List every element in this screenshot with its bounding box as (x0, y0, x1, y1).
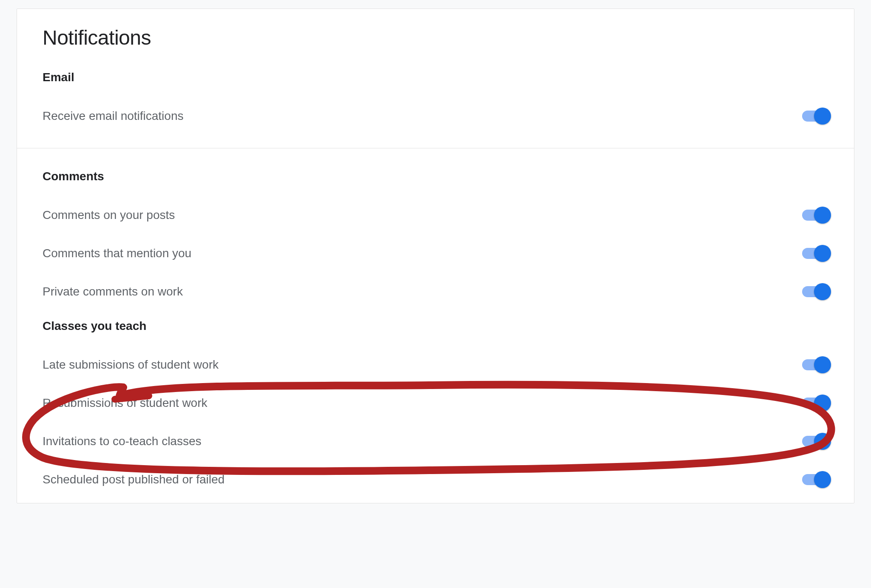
toggle-email-notifications[interactable] (802, 111, 828, 122)
section-header-classes: Classes you teach (43, 319, 828, 333)
setting-row-comments-private: Private comments on work (43, 273, 828, 311)
setting-label: Private comments on work (43, 285, 183, 298)
section-classes: Classes you teach Late submissions of st… (43, 319, 828, 499)
setting-label: Invitations to co-teach classes (43, 435, 202, 448)
toggle-resubmissions[interactable] (802, 398, 828, 409)
setting-label: Late submissions of student work (43, 358, 219, 372)
section-comments: Comments Comments on your posts Comments… (43, 170, 828, 311)
section-email: Email Receive email notifications (43, 71, 828, 135)
toggle-knob-icon (814, 283, 831, 300)
setting-label: Comments on your posts (43, 208, 175, 222)
setting-label: Scheduled post published or failed (43, 473, 225, 486)
toggle-knob-icon (814, 433, 831, 450)
setting-row-invitations: Invitations to co-teach classes (43, 422, 828, 460)
toggle-scheduled-post[interactable] (802, 474, 828, 485)
toggle-knob-icon (814, 471, 831, 488)
setting-row-late-submissions: Late submissions of student work (43, 346, 828, 384)
setting-row-comments-mention: Comments that mention you (43, 234, 828, 273)
toggle-comments-mention[interactable] (802, 248, 828, 259)
setting-label: Receive email notifications (43, 109, 184, 123)
setting-row-scheduled-post: Scheduled post published or failed (43, 460, 828, 499)
section-header-email: Email (43, 71, 828, 84)
toggle-knob-icon (814, 356, 831, 373)
setting-row-resubmissions: Resubmissions of student work (43, 384, 828, 422)
toggle-knob-icon (814, 245, 831, 262)
toggle-knob-icon (814, 395, 831, 412)
setting-label: Comments that mention you (43, 247, 191, 260)
toggle-knob-icon (814, 207, 831, 224)
settings-card: Notifications Email Receive email notifi… (17, 9, 854, 503)
toggle-comments-private[interactable] (802, 286, 828, 297)
setting-row-comments-posts: Comments on your posts (43, 196, 828, 234)
section-header-comments: Comments (43, 170, 828, 183)
toggle-invitations[interactable] (802, 436, 828, 447)
page-title: Notifications (43, 26, 828, 49)
toggle-comments-posts[interactable] (802, 210, 828, 221)
section-divider (17, 148, 854, 148)
setting-label: Resubmissions of student work (43, 396, 208, 410)
toggle-knob-icon (814, 108, 831, 125)
setting-row-email-notifications: Receive email notifications (43, 97, 828, 135)
toggle-late-submissions[interactable] (802, 359, 828, 370)
